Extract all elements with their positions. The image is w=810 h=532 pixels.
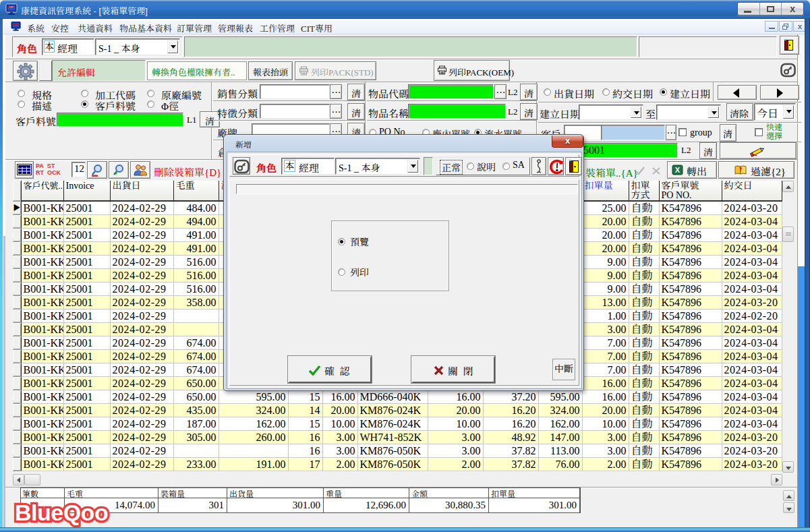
svg-text:X: X <box>675 166 681 174</box>
svg-text:?: ? <box>739 166 743 173</box>
svg-text:CIT: CIT <box>9 5 14 9</box>
